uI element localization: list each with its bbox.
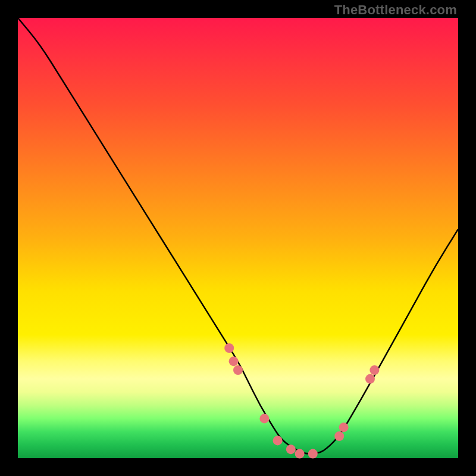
highlight-dot [259, 414, 269, 423]
highlight-dot [334, 431, 344, 441]
highlight-dot [295, 449, 305, 459]
chart-svg [18, 18, 458, 458]
chart-frame: TheBottleneck.com [0, 0, 476, 476]
highlight-dot [365, 374, 375, 384]
watermark-text: TheBottleneck.com [334, 2, 457, 18]
highlight-dot [339, 422, 349, 432]
bottleneck-curve [18, 18, 458, 454]
highlight-dot [273, 436, 283, 445]
highlight-dot [369, 365, 379, 375]
highlight-dot [286, 444, 296, 454]
highlight-dot [224, 343, 234, 353]
highlight-dot [308, 449, 318, 459]
highlight-dot [233, 365, 243, 375]
curve-group [18, 18, 458, 454]
highlight-dot [229, 356, 239, 366]
dots-group [224, 343, 379, 459]
